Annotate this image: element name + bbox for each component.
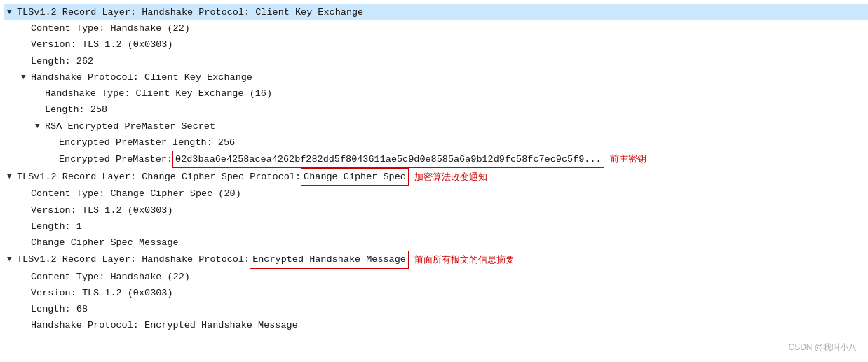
annotation-handshake: 前面所有报文的信息摘要 bbox=[414, 252, 515, 267]
change-cipher-spec-box: Change Cipher Spec bbox=[301, 168, 409, 186]
row-text: Handshake Protocol: Encrypted Handshake … bbox=[31, 317, 298, 333]
row-label: Encrypted PreMaster length: 256 bbox=[59, 134, 235, 151]
table-row[interactable]: Length: 68 bbox=[4, 301, 868, 317]
row-text: Change Cipher Spec Message bbox=[31, 235, 179, 251]
table-row[interactable]: Version: TLS 1.2 (0x0303) bbox=[4, 285, 868, 301]
row-text: Version: TLS 1.2 (0x0303) bbox=[31, 36, 173, 53]
row-text: Length: 68 bbox=[31, 301, 88, 317]
row-text: Version: TLS 1.2 (0x0303) bbox=[31, 285, 173, 301]
table-row[interactable]: Handshake Type: Client Key Exchange (16) bbox=[4, 85, 868, 102]
table-row[interactable]: RSA Encrypted PreMaster Secret bbox=[4, 118, 868, 134]
table-row[interactable]: Length: 1 bbox=[4, 218, 868, 235]
row-text: Length: 262 bbox=[31, 53, 93, 69]
row-label: Content Type: Handshake (22) bbox=[31, 269, 190, 285]
row-label-prefix: Encrypted PreMaster: bbox=[59, 151, 172, 167]
row-text: Length: 1 bbox=[31, 218, 82, 235]
row-label: Handshake Type: Client Key Exchange (16) bbox=[45, 85, 272, 102]
row-label: Length: 1 bbox=[31, 218, 82, 235]
row-text: Handshake Type: Client Key Exchange (16) bbox=[45, 85, 272, 102]
expand-icon[interactable] bbox=[7, 170, 17, 183]
expand-icon[interactable] bbox=[7, 253, 17, 266]
table-row[interactable]: Length: 262 bbox=[4, 53, 868, 69]
encrypted-premaster-box: 02d3baa6e4258acea4262bf282dd5f8043611ae5… bbox=[172, 151, 604, 168]
table-row[interactable]: Encrypted PreMaster length: 256 bbox=[4, 134, 868, 151]
row-label: Length: 258 bbox=[45, 102, 107, 118]
tree-view: TLSv1.2 Record Layer: Handshake Protocol… bbox=[0, 0, 868, 337]
row-text: Encrypted PreMaster length: 256 bbox=[59, 134, 235, 151]
row-label: Handshake Protocol: Encrypted Handshake … bbox=[31, 317, 298, 333]
row-text: Content Type: Change Cipher Spec (20) bbox=[31, 186, 241, 202]
expand-icon[interactable] bbox=[21, 71, 31, 84]
table-row[interactable]: TLSv1.2 Record Layer: Handshake Protocol… bbox=[4, 4, 868, 20]
row-text: TLSv1.2 Record Layer: Change Cipher Spec… bbox=[17, 168, 487, 186]
table-row[interactable]: TLSv1.2 Record Layer: Change Cipher Spec… bbox=[4, 168, 868, 186]
row-label: Version: TLS 1.2 (0x0303) bbox=[31, 202, 173, 218]
row-text: TLSv1.2 Record Layer: Handshake Protocol… bbox=[17, 4, 363, 20]
row-label: Version: TLS 1.2 (0x0303) bbox=[31, 36, 173, 53]
main-container: TLSv1.2 Record Layer: Handshake Protocol… bbox=[0, 0, 868, 362]
table-row[interactable]: Encrypted PreMaster: 02d3baa6e4258acea42… bbox=[4, 151, 868, 168]
table-row[interactable]: Content Type: Handshake (22) bbox=[4, 20, 868, 36]
row-label: TLSv1.2 Record Layer: Handshake Protocol… bbox=[17, 4, 363, 20]
row-text: Content Type: Handshake (22) bbox=[31, 269, 190, 285]
row-label: Version: TLS 1.2 (0x0303) bbox=[31, 285, 173, 301]
row-label: Change Cipher Spec Message bbox=[31, 235, 179, 251]
table-row[interactable]: Handshake Protocol: Encrypted Handshake … bbox=[4, 317, 868, 333]
row-text: Handshake Protocol: Client Key Exchange bbox=[31, 69, 252, 85]
row-label: Handshake Protocol: Client Key Exchange bbox=[31, 69, 252, 85]
row-text: RSA Encrypted PreMaster Secret bbox=[45, 118, 215, 134]
row-text: Encrypted PreMaster: 02d3baa6e4258acea42… bbox=[59, 151, 646, 168]
table-row[interactable]: TLSv1.2 Record Layer: Handshake Protocol… bbox=[4, 251, 868, 268]
table-row[interactable]: Content Type: Handshake (22) bbox=[4, 269, 868, 285]
table-row[interactable]: Change Cipher Spec Message bbox=[4, 235, 868, 251]
expand-icon[interactable] bbox=[7, 6, 17, 19]
table-row[interactable]: Version: TLS 1.2 (0x0303) bbox=[4, 202, 868, 218]
table-row[interactable]: Content Type: Change Cipher Spec (20) bbox=[4, 186, 868, 202]
table-row[interactable]: Version: TLS 1.2 (0x0303) bbox=[4, 36, 868, 53]
row-label: Length: 68 bbox=[31, 301, 88, 317]
expand-icon[interactable] bbox=[35, 120, 45, 133]
row-text: Content Type: Handshake (22) bbox=[31, 20, 190, 36]
encrypted-handshake-box: Encrypted Handshake Message bbox=[250, 251, 409, 268]
row-label: Content Type: Handshake (22) bbox=[31, 20, 190, 36]
row-text: TLSv1.2 Record Layer: Handshake Protocol… bbox=[17, 251, 515, 268]
row-label: RSA Encrypted PreMaster Secret bbox=[45, 118, 215, 134]
annotation-cipher: 加密算法改变通知 bbox=[414, 169, 487, 185]
watermark: CSDN @我叫小八 bbox=[788, 342, 857, 354]
row-label: Length: 262 bbox=[31, 53, 93, 69]
row-text: Version: TLS 1.2 (0x0303) bbox=[31, 202, 173, 218]
table-row[interactable]: Length: 258 bbox=[4, 102, 868, 118]
table-row[interactable]: Handshake Protocol: Client Key Exchange bbox=[4, 69, 868, 85]
row-label-prefix: TLSv1.2 Record Layer: Change Cipher Spec… bbox=[17, 169, 301, 185]
row-text: Length: 258 bbox=[45, 102, 107, 118]
row-label-prefix: TLSv1.2 Record Layer: Handshake Protocol… bbox=[17, 251, 250, 267]
annotation-premaster: 前主密钥 bbox=[610, 151, 646, 167]
row-label: Content Type: Change Cipher Spec (20) bbox=[31, 186, 241, 202]
